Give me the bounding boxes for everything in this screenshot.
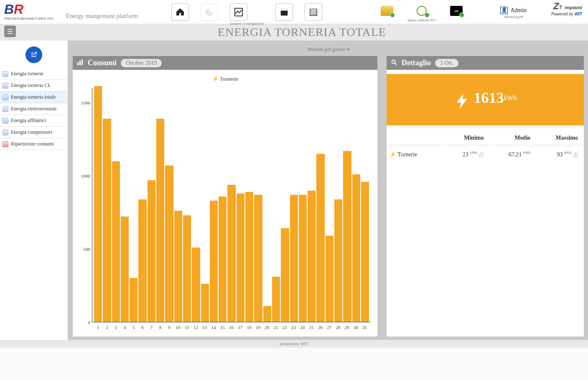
user-area[interactable]: 👤 Admin utente/logOff: [500, 6, 527, 19]
chart-bar[interactable]: [165, 166, 173, 322]
chart-bar[interactable]: [183, 215, 191, 322]
chart-bar[interactable]: [263, 306, 271, 322]
chart-bar[interactable]: [210, 201, 218, 322]
bolt-icon: ⚡: [212, 76, 219, 82]
pie-icon[interactable]: [201, 3, 218, 21]
chart-bar[interactable]: [237, 194, 244, 322]
wit-status-icon[interactable]: wit: [450, 6, 463, 16]
svg-rect-2: [281, 9, 288, 11]
dettaglio-date-badge: 1 Ott.: [435, 59, 458, 67]
x-tick-label: 29: [342, 325, 351, 330]
chart-bar[interactable]: [299, 195, 307, 322]
x-tick-label: 12: [191, 325, 200, 330]
chart-bar[interactable]: [308, 191, 316, 322]
sidebar-item[interactable]: Energia compressori: [0, 127, 68, 138]
y-tick-label: 1000: [81, 173, 90, 179]
x-tick-label: 26: [316, 325, 325, 330]
chart-bar[interactable]: [316, 154, 324, 322]
chart-bar[interactable]: [148, 180, 155, 322]
chart-bar[interactable]: [281, 228, 289, 322]
chart-bar[interactable]: [361, 182, 369, 322]
clock-icon: 🕘: [479, 153, 484, 157]
x-tick-label: 2: [102, 325, 111, 330]
status-wit-caption: status sistema WIT: [407, 18, 436, 22]
sidebar-item-label: Energia torneria: [11, 71, 43, 77]
chart-icon: [3, 106, 8, 112]
sidebar-item-label: Energia compressori: [11, 129, 52, 135]
chart-legend: ⚡ Tornerie: [79, 76, 371, 82]
sidebar-item[interactable]: Energia elettroerosioni: [0, 103, 68, 115]
svg-rect-10: [77, 62, 79, 65]
x-tick-label: 30: [351, 325, 360, 330]
database-status-icon[interactable]: [381, 6, 393, 16]
chart-bar[interactable]: [103, 119, 111, 322]
chart-bar[interactable]: [112, 161, 120, 322]
clock-icon: 🕘: [573, 153, 578, 157]
sidebar-item[interactable]: Energia affilatrici: [0, 115, 68, 127]
chart-bar[interactable]: [130, 278, 137, 322]
x-tick-label: 11: [183, 325, 191, 330]
chart-bar[interactable]: [174, 211, 182, 322]
detail-min: 23: [463, 151, 468, 158]
consumi-title: Consumi: [88, 59, 117, 67]
chart-bar[interactable]: [94, 86, 102, 322]
chart-bar[interactable]: [192, 247, 200, 322]
detail-avg: 67,21: [509, 151, 522, 158]
chart-bar[interactable]: [326, 236, 333, 322]
calendar-icon[interactable]: [305, 3, 322, 21]
user-name: Admin: [510, 7, 527, 14]
brand-tagline: PRECISION MECHANICS SINCE 1973: [4, 17, 59, 20]
chart-icon[interactable]: [230, 3, 247, 21]
chart-bar[interactable]: [352, 174, 360, 322]
sidebar: Energia torneriaEnergia torneria CLEnerg…: [0, 41, 68, 340]
chart-bar[interactable]: [245, 192, 253, 322]
x-tick-label: 15: [218, 325, 227, 330]
x-tick-label: 18: [245, 325, 254, 330]
total-kwh-value: 1613: [473, 89, 504, 106]
bolt-icon: [453, 92, 472, 110]
chart-bar[interactable]: [343, 151, 351, 322]
sidebar-item[interactable]: Energia torneria: [0, 68, 68, 80]
chart-icon: [3, 94, 8, 100]
book-icon[interactable]: [275, 3, 293, 21]
x-tick-label: 27: [325, 325, 333, 330]
x-tick-label: 25: [307, 325, 316, 330]
main-nav: pulsanti di navigazione: [171, 3, 322, 26]
x-tick-label: 23: [289, 325, 298, 330]
search-icon: [391, 59, 397, 67]
chart-bar[interactable]: [219, 196, 227, 322]
globe-status-icon[interactable]: [415, 6, 428, 16]
home-icon[interactable]: [171, 3, 189, 21]
y-tick-label: 500: [84, 247, 91, 252]
sidebar-item[interactable]: Ripartizione consumi: [0, 138, 68, 150]
vendor-logo: ZT impianti Powered by WIT: [551, 1, 582, 16]
period-selector[interactable]: Mensile per giorno ▾: [73, 45, 584, 56]
chart-bar[interactable]: [272, 277, 280, 322]
x-tick-label: 22: [280, 325, 289, 330]
page-title: ENERGIA TORNERIA TOTALE: [16, 26, 588, 39]
chart-bar[interactable]: [156, 119, 164, 322]
chart-icon: [3, 118, 8, 124]
detail-table: Minimo Medio Massimo ⚡ Tornerie 23 kWh 🕘…: [387, 130, 584, 163]
sidebar-item-label: Ripartizione consumi: [11, 141, 54, 147]
chart-bar[interactable]: [290, 195, 298, 322]
main-content: Mensile per giorno ▾ Consumi Ottobre 201…: [68, 41, 584, 340]
menu-toggle-button[interactable]: ☰: [4, 26, 16, 37]
sidebar-item[interactable]: Energia torneria totale: [0, 92, 68, 103]
detail-max: 93: [557, 151, 563, 158]
consumption-bar-chart: 050010001500: [79, 88, 371, 322]
chart-bar[interactable]: [201, 284, 209, 322]
x-tick-label: 13: [200, 325, 209, 330]
chart-bar[interactable]: [227, 185, 235, 322]
bolt-icon: ⚡: [389, 151, 396, 158]
sidebar-item[interactable]: Energia torneria CL: [0, 80, 68, 92]
chart-bar[interactable]: [121, 217, 129, 322]
chart-bar[interactable]: [334, 199, 342, 322]
chart-bar[interactable]: [254, 195, 262, 322]
export-button[interactable]: [25, 46, 42, 63]
consumi-header: Consumi Ottobre 2019: [73, 56, 377, 70]
detail-col-empty: [387, 131, 443, 145]
svg-line-14: [395, 63, 397, 65]
chart-bar[interactable]: [138, 199, 146, 322]
svg-rect-11: [79, 61, 81, 65]
